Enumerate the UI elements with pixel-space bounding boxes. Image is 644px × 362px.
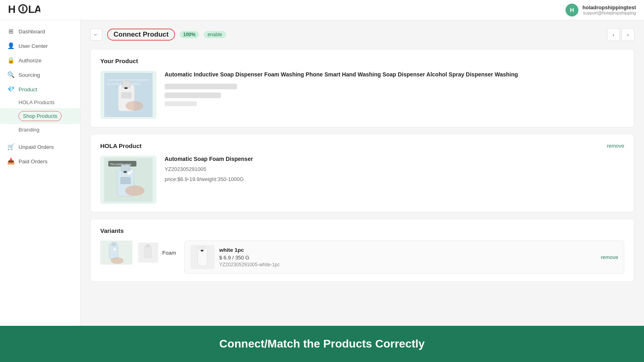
hola-soap-svg: The bubble show <box>104 158 153 202</box>
your-product-image: Hand automatically sensing foam No conta… <box>100 71 157 119</box>
svg-point-26 <box>114 248 116 251</box>
sidebar-label-unpaid: Unpaid Orders <box>19 144 54 150</box>
logo: H LA <box>8 2 40 18</box>
svg-rect-10 <box>121 92 132 99</box>
svg-point-21 <box>130 170 133 173</box>
your-product-row: Hand automatically sensing foam No conta… <box>100 71 624 119</box>
variant-img-right-svg <box>190 245 215 269</box>
nav-arrows: ‹ › <box>607 28 634 41</box>
page-title: Connect Product <box>107 29 175 41</box>
sidebar-item-user-center[interactable]: 👤 User Center <box>0 39 80 53</box>
variant-remove-link[interactable]: remove <box>601 254 618 260</box>
layout: ⊞ Dashboard 👤 User Center 🔒 Authorize 🔍 … <box>0 20 644 326</box>
variants-card: Variants <box>90 219 634 282</box>
user-details: holadropshippingtest support@holadropshi… <box>582 4 636 15</box>
sidebar-item-authorize[interactable]: 🔒 Authorize <box>0 53 80 68</box>
hola-products-label: HOLA Products <box>19 99 55 105</box>
sidebar-item-paid-orders[interactable]: 📥 Paid Orders <box>0 154 80 169</box>
sidebar-label-paid: Paid Orders <box>19 158 47 165</box>
hola-product-code: YZ202305291005 <box>165 166 624 172</box>
bottom-banner: Connect/Match the Products Correctly <box>0 326 644 362</box>
variant-label-foam: Foam <box>162 250 176 256</box>
variant-image-right <box>190 245 215 269</box>
sidebar-label-dashboard: Dashboard <box>19 29 45 35</box>
sku-blurred-1 <box>165 84 237 89</box>
hola-product-info: Automatic Soap Foam Dispenser YZ20230529… <box>165 156 624 182</box>
svg-rect-17 <box>124 171 127 173</box>
variant-right-info: white 1pc $ 6.9 / 350 G YZ202305291005-w… <box>219 247 280 267</box>
sidebar-item-dashboard[interactable]: ⊞ Dashboard <box>0 24 80 39</box>
sourcing-icon: 🔍 <box>7 71 14 78</box>
sidebar-label-authorize: Authorize <box>19 58 41 64</box>
top-header: H LA H holadropshippingtest support@hola… <box>0 0 644 20</box>
variant-name: white 1pc <box>219 247 280 253</box>
svg-rect-29 <box>146 244 150 247</box>
variant-img-svg2 <box>138 243 158 263</box>
prev-button[interactable]: ‹ <box>607 28 620 41</box>
hola-product-image: The bubble show <box>100 156 157 204</box>
dashboard-icon: ⊞ <box>7 28 14 35</box>
svg-point-11 <box>126 101 143 111</box>
svg-rect-18 <box>120 177 131 184</box>
hola-product-row: The bubble show <box>100 156 624 204</box>
variant-sku: YZ202305291005-white-1pc <box>219 262 280 267</box>
hola-product-price-weight: price:$6.9-19.9/weight:350-1000G <box>165 176 624 182</box>
soap-dispenser-svg: Hand automatically sensing foam No conta… <box>104 73 153 117</box>
variant-image-left-2 <box>138 243 158 263</box>
svg-rect-24 <box>111 242 116 246</box>
variant-price: $ 6.9 / 350 G <box>219 255 280 261</box>
user-name: holadropshippingtest <box>582 4 636 10</box>
svg-point-20 <box>128 171 131 175</box>
your-product-title: Your Product <box>100 58 624 64</box>
page-header: ← Connect Product 100% enable ‹ › <box>90 28 634 41</box>
svg-rect-33 <box>201 250 203 251</box>
sidebar-sub-shop-products[interactable]: Shop Products <box>0 108 80 124</box>
svg-point-25 <box>111 257 124 264</box>
hola-product-card: HOLA Product remove The bubble show <box>90 134 634 212</box>
svg-text:H: H <box>8 3 15 15</box>
page-header-left: ← Connect Product 100% enable <box>90 29 226 41</box>
branding-label: Branding <box>19 127 39 133</box>
next-button[interactable]: › <box>621 28 634 41</box>
svg-rect-8 <box>122 81 130 88</box>
bottom-banner-text: Connect/Match the Products Correctly <box>219 337 425 350</box>
svg-rect-9 <box>124 87 128 89</box>
variant-item-right: white 1pc $ 6.9 / 350 G YZ202305291005-w… <box>184 241 624 274</box>
sidebar-sub-hola-products[interactable]: HOLA Products <box>0 97 80 108</box>
hola-card-header: HOLA Product remove <box>100 142 624 149</box>
user-icon: 👤 <box>7 42 14 49</box>
hola-product-title: HOLA Product <box>100 142 142 149</box>
sidebar-label-sourcing: Sourcing <box>19 72 40 78</box>
your-product-info: Automatic Inductive Soap Dispenser Foam … <box>165 71 624 106</box>
sidebar-label-product: Product <box>19 86 37 93</box>
paid-icon: 📥 <box>7 158 14 165</box>
back-button[interactable]: ← <box>90 29 102 41</box>
variants-grid: Foam <box>100 241 624 274</box>
variant-item-left: Foam <box>100 241 176 265</box>
your-product-name: Automatic Inductive Soap Dispenser Foam … <box>165 71 624 79</box>
variants-title: Variants <box>100 227 624 234</box>
svg-rect-28 <box>144 246 151 258</box>
sidebar-item-product[interactable]: 💎 Product <box>0 82 80 97</box>
sku-blurred-2 <box>165 93 221 98</box>
sidebar-item-sourcing[interactable]: 🔍 Sourcing <box>0 68 80 82</box>
sidebar: ⊞ Dashboard 👤 User Center 🔒 Authorize 🔍 … <box>0 20 80 326</box>
percent-badge: 100% <box>180 31 199 38</box>
hola-product-name: Automatic Soap Foam Dispenser <box>165 156 624 162</box>
main-content: ← Connect Product 100% enable ‹ › Your P… <box>80 20 644 326</box>
variant-image-left <box>100 241 132 265</box>
product-icon: 💎 <box>7 86 14 93</box>
lock-icon: 🔒 <box>7 57 14 64</box>
variant-img-svg <box>100 241 132 265</box>
price-blurred <box>165 101 197 106</box>
user-email: support@holadropshipping <box>582 10 636 15</box>
sidebar-item-unpaid-orders[interactable]: 🛒 Unpaid Orders <box>0 140 80 154</box>
svg-point-19 <box>125 185 144 196</box>
sidebar-label-user-center: User Center <box>19 43 48 49</box>
svg-text:LA: LA <box>28 3 40 15</box>
enable-badge: enable <box>204 31 226 38</box>
cart-icon: 🛒 <box>7 143 14 150</box>
hola-remove-link[interactable]: remove <box>607 143 624 149</box>
shop-products-label: Shop Products <box>19 111 62 121</box>
sidebar-sub-branding[interactable]: Branding <box>0 124 80 136</box>
